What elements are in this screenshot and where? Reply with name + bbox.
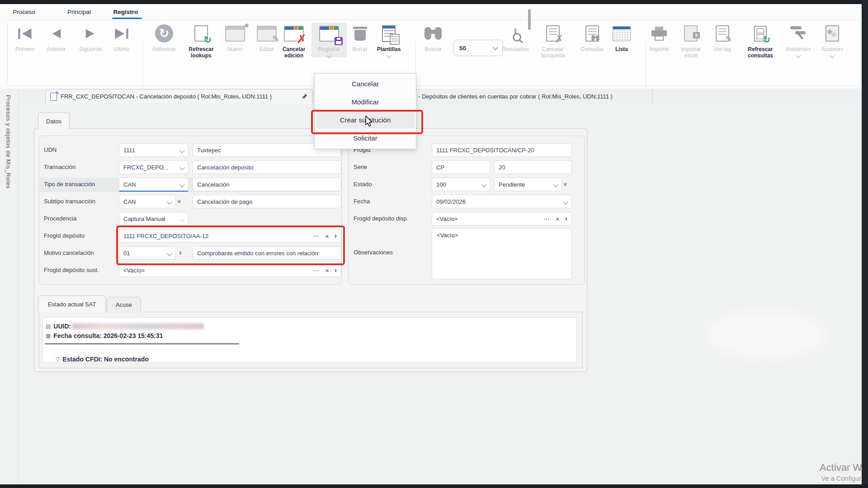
tab-estado-actual-sat[interactable]: Estado actual SAT (38, 296, 106, 312)
goto-record-icon[interactable]: › (335, 232, 337, 240)
uuid-redacted-value (72, 323, 204, 329)
buscar-button: Buscar (415, 23, 451, 52)
serie-field[interactable]: CP (432, 160, 491, 174)
lookup-ellipsis-icon[interactable]: ⋯ (543, 215, 550, 222)
estado-code-combo[interactable]: 100 (432, 178, 491, 191)
pin-icon[interactable] (301, 93, 308, 100)
acciones-button: Acciones (815, 23, 850, 57)
siguiente-button: Siguiente (73, 23, 108, 52)
tab-datos[interactable]: Datos (38, 113, 70, 129)
chevron-down-icon (796, 53, 801, 58)
chevron-down-icon (167, 251, 172, 256)
wizard-wand-icon (789, 23, 807, 44)
tab-proceso[interactable]: Proceso (9, 5, 39, 18)
transaccion-code-combo[interactable]: FRCXC_DEPO... (119, 160, 189, 174)
scrollbar-thumb[interactable] (528, 9, 531, 30)
frogid-deposito-disp-field[interactable]: <Vacío> ⋯×› (432, 212, 572, 225)
frogid-deposito-field[interactable]: 1111 FRCXC_DEPOSITO/AA-12 ⋯×› (119, 229, 341, 243)
clear-icon[interactable]: × (556, 215, 560, 223)
sat-divider (45, 343, 239, 344)
udn-code-combo[interactable]: 1111 (119, 143, 189, 157)
left-sidebar[interactable]: Procesos y objetos de Mis_Roles (0, 89, 19, 484)
desktop-edge-top (0, 0, 868, 4)
frogid-deposito-label: FrogId depósito (44, 229, 116, 242)
motivo-cancelacion-combo[interactable]: 01 (119, 246, 176, 260)
menu-item-modificar[interactable]: Modificar (316, 93, 415, 111)
menu-item-solicitar[interactable]: Solicitar (316, 129, 415, 147)
folio-field[interactable]: 20 (494, 160, 572, 174)
primero-button: Primero (7, 23, 42, 52)
plantillas-button[interactable]: Plantillas (371, 23, 406, 57)
subtipo-transaccion-desc-field[interactable]: Cancelación de pago (193, 195, 341, 208)
frogid-deposito-disp-label: FrogId depósito disp. (354, 211, 430, 225)
page-size-select[interactable]: 50 (453, 40, 503, 56)
page-size-value: 50 (459, 45, 466, 52)
chevron-down-icon (326, 53, 331, 58)
lookup-ellipsis-icon[interactable]: ⋯ (313, 232, 320, 239)
document-tab-secondary[interactable]: - Depósitos de clientes en cuentas por c… (418, 89, 653, 103)
goto-record-icon[interactable]: › (179, 249, 181, 257)
clear-icon[interactable]: × (563, 180, 567, 188)
goto-record-icon[interactable]: › (335, 266, 337, 274)
fecha-date-combo[interactable]: 09/02/2026 (432, 195, 572, 208)
cancelar-edicion-button[interactable]: ✗ Cancelar edición (276, 23, 311, 59)
frogid-deposito-sust-label: FrogId depósito sust. (44, 263, 118, 277)
observaciones-textarea[interactable]: <Vacío> (432, 228, 572, 279)
clear-icon[interactable]: × (325, 267, 329, 274)
desktop-edge-right (862, 0, 868, 488)
menu-item-cancelar[interactable]: Cancelar (316, 75, 415, 93)
sat-result-box[interactable]: ▤UUID: ▦Fecha consulta: 2026-02-23 15:45… (42, 317, 577, 363)
refrescar-lookups-button[interactable]: ↻ Refrescar lookups (184, 23, 219, 59)
subtipo-transaccion-combo[interactable]: CAN (119, 195, 176, 208)
view-log-icon: ✎ (716, 23, 729, 44)
registrar-button[interactable]: Registrar (311, 23, 347, 57)
chevron-down-icon (553, 182, 558, 187)
fecha-consulta-line: ▦Fecha consulta: 2026-02-23 15:45:31 (46, 332, 163, 339)
previous-record-icon (49, 23, 63, 44)
procedencia-combo[interactable]: Captura Manual (119, 212, 189, 225)
actions-icon (826, 23, 839, 44)
lookup-ellipsis-icon[interactable]: ⋯ (313, 267, 320, 274)
tab-registro[interactable]: Registro (111, 5, 141, 18)
motivo-cancelacion-desc-field[interactable]: Comprobante emitido con errores con rela… (193, 246, 341, 260)
anterior-button: Anterior (38, 23, 74, 52)
refresh-queries-icon: ↻ (754, 23, 767, 44)
next-record-icon (84, 23, 97, 44)
document-edit-icon (50, 93, 57, 101)
tab-acuse[interactable]: Acuse (107, 297, 141, 312)
cancel-edit-icon: ✗ (284, 23, 304, 44)
document-tab-secondary-title: - Depósitos de clientes en cuentas por c… (418, 93, 613, 100)
procedencia-label: Procedencia (44, 211, 116, 225)
importar-excel-button: X Importar excel (675, 23, 707, 59)
chevron-down-icon (830, 53, 835, 58)
chevron-down-icon (386, 53, 391, 58)
first-record-icon (17, 23, 33, 44)
cancelar-busqueda-button: ✗ Cancelar búsqueda (535, 23, 571, 59)
observaciones-label: Observaciones (354, 245, 428, 259)
tipo-transaccion-combo[interactable]: CAN (119, 178, 189, 192)
templates-icon (382, 23, 396, 44)
list-grid-icon (613, 23, 631, 44)
document-tab-active[interactable]: FRR_CXC_DEPOSITOCAN - Cancelación deposi… (45, 89, 313, 103)
refresh-lookups-icon: ↻ (194, 23, 208, 44)
tipo-transaccion-desc-field[interactable]: Cancelación (193, 178, 341, 191)
chevron-down-icon (481, 182, 486, 187)
transaccion-label: Transacción (44, 160, 116, 174)
estado-label: Estado (354, 177, 428, 191)
lista-button[interactable]: Lista (604, 23, 639, 52)
frogid-field[interactable]: 1111 FRCXC_DEPOSITOCAN/CP-20 (432, 143, 572, 157)
tab-principal[interactable]: Principal (64, 5, 94, 18)
transaccion-desc-field[interactable]: Cancelación deposito (193, 160, 341, 174)
frogid-deposito-sust-field[interactable]: <Vacío> ⋯×› (119, 263, 341, 277)
refrescar-consultas-button[interactable]: ↻ Refrescar consultas (741, 23, 780, 59)
register-save-icon (319, 23, 339, 44)
goto-record-icon[interactable]: › (565, 215, 567, 223)
chevron-down-icon (493, 45, 498, 50)
clear-icon[interactable]: × (177, 197, 181, 205)
chevron-down-icon (167, 199, 172, 204)
new-window-icon: * (225, 23, 245, 44)
clear-icon[interactable]: × (325, 232, 329, 240)
serie-label: Serie (354, 160, 428, 174)
estado-desc-combo[interactable]: Pendiente (494, 178, 562, 191)
motivo-cancelacion-label: Motivo cancelación (44, 246, 116, 259)
